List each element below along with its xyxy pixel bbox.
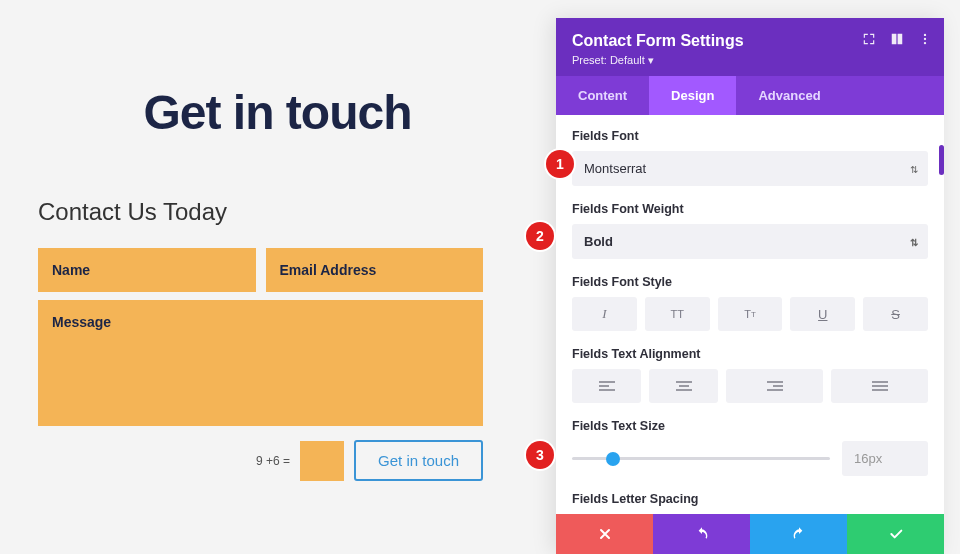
font-style-buttons: I TT TT U S [572,297,928,331]
group-fields-letter-spacing: Fields Letter Spacing 0px [556,482,944,514]
form-row: Name Email Address [38,248,483,292]
panel-preset-label: Preset: Default [572,54,645,66]
scrollbar-indicator[interactable] [939,145,944,175]
undo-button[interactable] [653,514,750,554]
group-fields-font: Fields Font Montserrat ⇅ [556,119,944,192]
submit-button[interactable]: Get in touch [354,440,483,481]
columns-icon[interactable] [890,32,904,46]
cancel-button[interactable] [556,514,653,554]
align-right-button[interactable] [726,369,823,403]
strikethrough-button[interactable]: S [863,297,928,331]
annotation-badge-3: 3 [526,441,554,469]
align-left-icon [599,381,615,391]
group-fields-font-style: Fields Font Style I TT TT U S [556,265,944,337]
align-justify-button[interactable] [831,369,928,403]
select-fields-font[interactable]: Montserrat ⇅ [572,151,928,186]
underline-button[interactable]: U [790,297,855,331]
close-icon [597,526,613,542]
panel-header-actions [862,32,932,46]
undo-icon [694,526,710,542]
align-right-icon [767,381,783,391]
tab-advanced[interactable]: Advanced [736,76,842,115]
smallcaps-button[interactable]: TT [718,297,783,331]
align-justify-icon [872,381,888,391]
panel-body[interactable]: Fields Font Montserrat ⇅ Fields Font Wei… [556,115,944,514]
align-left-button[interactable] [572,369,641,403]
select-fields-font-weight[interactable]: Bold ⇅ [572,224,928,259]
select-fields-font-weight-value: Bold [584,234,613,249]
captcha-question: 9 +6 = [256,454,290,468]
alignment-buttons [572,369,928,403]
tab-design[interactable]: Design [649,76,736,115]
text-size-slider-row: 16px [572,441,928,476]
label-fields-font-style: Fields Font Style [572,275,928,289]
contact-form: Contact Us Today Name Email Address Mess… [38,198,483,481]
panel-footer [556,514,944,554]
updown-icon: ⇅ [910,236,918,247]
select-fields-font-value: Montserrat [584,161,646,176]
slider-thumb[interactable] [606,452,620,466]
panel-tabs: Content Design Advanced [556,76,944,115]
svg-point-1 [924,38,926,40]
form-heading: Contact Us Today [38,198,483,226]
panel-preset[interactable]: Preset: Default ▾ [572,54,654,67]
captcha-input[interactable] [300,441,344,481]
label-fields-font-weight: Fields Font Weight [572,202,928,216]
annotation-badge-2: 2 [526,222,554,250]
expand-icon[interactable] [862,32,876,46]
align-center-icon [676,381,692,391]
group-fields-text-size: Fields Text Size 16px [556,409,944,482]
label-fields-text-alignment: Fields Text Alignment [572,347,928,361]
captcha-row: 9 +6 = Get in touch [38,440,483,481]
name-field[interactable]: Name [38,248,256,292]
more-icon[interactable] [918,32,932,46]
label-fields-text-size: Fields Text Size [572,419,928,433]
label-fields-font: Fields Font [572,129,928,143]
save-button[interactable] [847,514,944,554]
tab-content[interactable]: Content [556,76,649,115]
uppercase-button[interactable]: TT [645,297,710,331]
text-size-value[interactable]: 16px [842,441,928,476]
check-icon [888,526,904,542]
svg-point-0 [924,34,926,36]
group-fields-font-weight: Fields Font Weight Bold ⇅ [556,192,944,265]
italic-button[interactable]: I [572,297,637,331]
panel-header: Contact Form Settings Preset: Default ▾ [556,18,944,76]
svg-point-2 [924,42,926,44]
redo-button[interactable] [750,514,847,554]
text-size-slider[interactable] [572,457,830,460]
email-field[interactable]: Email Address [266,248,484,292]
updown-icon: ⇅ [910,163,918,174]
page-title: Get in touch [0,85,555,140]
chevron-down-icon: ▾ [648,54,654,66]
redo-icon [791,526,807,542]
settings-panel: Contact Form Settings Preset: Default ▾ … [556,18,944,554]
message-field[interactable]: Message [38,300,483,426]
align-center-button[interactable] [649,369,718,403]
annotation-badge-1: 1 [546,150,574,178]
label-fields-letter-spacing: Fields Letter Spacing [572,492,928,506]
group-fields-text-alignment: Fields Text Alignment [556,337,944,409]
